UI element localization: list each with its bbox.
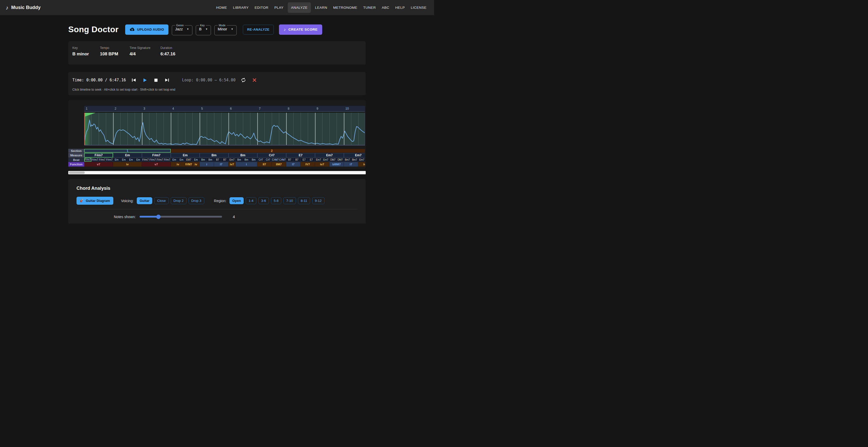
beat-chord-cell[interactable]: F#m7 (163, 158, 171, 162)
beat-chord-cell[interactable]: C#M7 (272, 158, 279, 162)
beat-chord-cell[interactable]: F#m7 (156, 158, 163, 162)
beat-chord-cell[interactable]: Em7 (358, 158, 365, 162)
beat-chord-cell[interactable]: B7 (214, 158, 221, 162)
beat-chord-cell[interactable]: EM7 (185, 158, 192, 162)
function-cell[interactable]: IV7 (301, 162, 315, 167)
measure-chord-cell[interactable]: C#7 (257, 153, 286, 158)
mode-select[interactable]: Mode Minor ▼ (214, 24, 237, 35)
reanalyze-button[interactable]: RE-ANALYZE (243, 25, 274, 34)
beat-chord-cell[interactable]: Bm7 (351, 158, 358, 162)
measure-chord-cell[interactable]: F#m7 (84, 153, 113, 158)
beat-chord-cell[interactable]: DM7 (337, 158, 344, 162)
beat-chord-cell[interactable]: C#7 (257, 158, 265, 162)
section-cell[interactable]: 2 (171, 149, 365, 153)
section-cell[interactable]: 1 (84, 149, 171, 153)
beat-chord-cell[interactable]: Em (113, 158, 120, 162)
measure-chord-cell[interactable]: Bm (228, 153, 257, 158)
function-cell[interactable]: v7 (84, 162, 113, 167)
beat-chord-cell[interactable]: E7 (308, 158, 315, 162)
nav-item-editor[interactable]: EDITOR (253, 3, 271, 12)
region-option-3-6[interactable]: 3-6 (258, 197, 269, 204)
skip-to-start-button[interactable] (131, 77, 137, 83)
beat-chord-cell[interactable]: Bm (207, 158, 214, 162)
voicing-option-drop-2[interactable]: Drop 2 (171, 197, 186, 204)
play-button[interactable] (142, 77, 148, 83)
beat-chord-cell[interactable]: B7 (293, 158, 301, 162)
beat-chord-cell[interactable]: E7 (301, 158, 308, 162)
measure-chord-cell[interactable]: E7 (286, 153, 315, 158)
scrollbar-thumb[interactable] (69, 171, 85, 174)
measure-chord-cell[interactable]: Em7 (344, 153, 365, 158)
function-cells[interactable]: v7ivv7ivIVM7iviI7iv7iII7IIM7I7IV7iv7bIII… (84, 162, 365, 167)
function-cell[interactable]: I7 (286, 162, 301, 167)
measure-chord-cell[interactable]: Em7 (315, 153, 344, 158)
nav-item-library[interactable]: LIBRARY (231, 3, 251, 12)
key-select[interactable]: Key B ▼ (196, 24, 211, 35)
beat-chord-cell[interactable]: Em (192, 158, 199, 162)
nav-item-abc[interactable]: ABC (380, 3, 391, 12)
function-cell[interactable]: iv7 (228, 162, 236, 167)
nav-item-play[interactable]: PLAY (273, 3, 285, 12)
beat-chord-cell[interactable]: Bm (199, 158, 207, 162)
nav-item-learn[interactable]: LEARN (313, 3, 329, 12)
function-cell[interactable]: iv (171, 162, 185, 167)
function-cell[interactable]: i (236, 162, 257, 167)
beat-cells[interactable]: F#m7F#m7F#m7F#m7EmEmEmEmF#m7F#m7F#m7F#m7… (84, 158, 365, 162)
beat-chord-cell[interactable]: C#7 (265, 158, 272, 162)
create-score-button[interactable]: ♪ CREATE SCORE (279, 25, 322, 35)
beat-chord-cell[interactable]: Em (171, 158, 178, 162)
beat-chord-cell[interactable]: Bm (243, 158, 250, 162)
function-cell[interactable]: iv7 (315, 162, 330, 167)
beat-chord-cell[interactable]: F#m7 (91, 158, 99, 162)
beat-chord-cell[interactable]: Em (135, 158, 142, 162)
function-cell[interactable]: i (199, 162, 214, 167)
beat-chord-cell[interactable]: Em (127, 158, 135, 162)
function-cell[interactable]: v7 (142, 162, 171, 167)
measure-chord-cell[interactable]: Em (113, 153, 142, 158)
beat-chord-cell[interactable]: Em7 (315, 158, 322, 162)
upload-audio-button[interactable]: UPLOAD AUDIO (125, 25, 168, 35)
nav-item-license[interactable]: LICENSE (409, 3, 428, 12)
stop-button[interactable] (153, 77, 159, 83)
waveform-display[interactable] (84, 113, 365, 146)
beat-chord-cell[interactable]: F#m7 (99, 158, 106, 162)
nav-item-metronome[interactable]: METRONOME (331, 3, 359, 12)
function-cell[interactable]: bIIIM7 (330, 162, 344, 167)
function-cell[interactable]: II7 (257, 162, 272, 167)
beat-chord-cell[interactable]: F#m7 (84, 158, 91, 162)
section-cells[interactable]: 12 (84, 149, 365, 153)
function-cell[interactable]: IVM7 (185, 162, 192, 167)
function-cell[interactable]: I7 (214, 162, 228, 167)
voicing-option-drop-3[interactable]: Drop 3 (189, 197, 204, 204)
region-option-9-12[interactable]: 9-12 (312, 197, 324, 204)
nav-item-tuner[interactable]: TUNER (361, 3, 378, 12)
beat-chord-cell[interactable]: Em7 (228, 158, 236, 162)
loop-toggle-button[interactable] (240, 77, 247, 83)
beat-chord-cell[interactable]: Em (178, 158, 185, 162)
voicing-option-guitar[interactable]: Guitar (137, 197, 152, 204)
function-cell[interactable]: i7 (344, 162, 358, 167)
beat-chord-cell[interactable]: F#m7 (106, 158, 113, 162)
clear-loop-button[interactable] (251, 77, 257, 83)
skip-to-end-button[interactable] (164, 77, 170, 83)
measure-chord-cell[interactable]: Bm (199, 153, 228, 158)
nav-item-analyze[interactable]: ANALYZE (288, 2, 311, 13)
region-option-8-11[interactable]: 8-11 (298, 197, 310, 204)
region-option-5-8[interactable]: 5-8 (271, 197, 281, 204)
notes-shown-slider[interactable] (140, 216, 222, 218)
beat-chord-cell[interactable]: B7 (221, 158, 228, 162)
genre-select[interactable]: Genre Jazz ▼ (172, 24, 192, 35)
region-option-7-10[interactable]: 7-10 (283, 197, 296, 204)
measure-chord-cell[interactable]: F#m7 (142, 153, 171, 158)
nav-item-home[interactable]: HOME (214, 3, 229, 12)
function-cell[interactable]: iv (113, 162, 142, 167)
beat-chord-cell[interactable]: Bm (236, 158, 243, 162)
beat-chord-cell[interactable]: Bm (250, 158, 257, 162)
function-cell[interactable]: IIM7 (272, 162, 286, 167)
measure-ruler[interactable]: 12345678910 (84, 106, 365, 112)
beat-chord-cell[interactable]: DM7 (330, 158, 337, 162)
region-option-1-4[interactable]: 1-4 (246, 197, 256, 204)
beat-chord-cell[interactable]: Em7 (322, 158, 330, 162)
beat-chord-cell[interactable]: B7 (286, 158, 293, 162)
voicing-option-close[interactable]: Close (154, 197, 168, 204)
